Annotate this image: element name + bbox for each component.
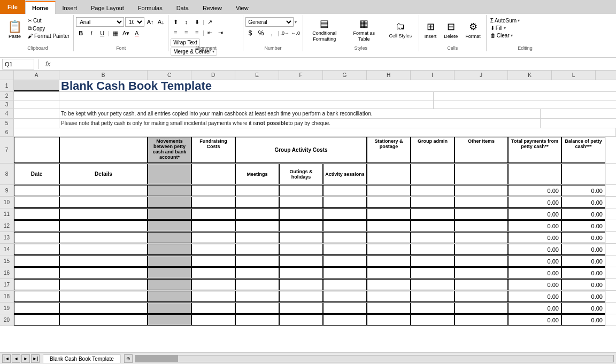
cell-a4[interactable] <box>14 109 59 118</box>
cell-b2[interactable] <box>59 92 434 100</box>
format-button[interactable]: ⚙ Format <box>462 16 484 44</box>
col-header-f[interactable]: F <box>279 71 323 80</box>
col-header-h[interactable]: H <box>367 71 411 80</box>
increase-indent-icon[interactable]: ⇥ <box>216 28 226 37</box>
align-center-icon[interactable]: ≡ <box>181 28 191 37</box>
tab-insert[interactable]: Insert <box>56 1 84 14</box>
data-cell-date-10[interactable] <box>14 197 59 208</box>
cell-a1[interactable] <box>14 80 59 91</box>
formula-input[interactable] <box>55 61 614 67</box>
row-num-7[interactable]: 7 <box>0 137 14 163</box>
format-as-table-button[interactable]: ▦ Format as Table <box>345 16 383 44</box>
clear-arrow[interactable]: ▾ <box>511 33 513 38</box>
number-format-select[interactable]: General <box>245 17 294 27</box>
cell-movements-8[interactable] <box>148 164 191 184</box>
clear-button[interactable]: 🗑 Clear ▾ <box>489 32 533 39</box>
row-num-10[interactable]: 10 <box>0 197 14 208</box>
increase-decimal-icon[interactable]: ←.0 <box>291 28 301 38</box>
data-cell-movements-9[interactable] <box>148 185 191 196</box>
col-header-k[interactable]: K <box>508 71 552 80</box>
tab-page-layout[interactable]: Page Layout <box>84 1 131 14</box>
insert-button[interactable]: ⊞ Insert <box>421 16 440 44</box>
data-cell-stationery-10[interactable] <box>367 197 411 208</box>
fill-color-icon[interactable]: A▾ <box>121 28 131 38</box>
tab-file[interactable]: File <box>0 0 25 14</box>
text-angle-icon[interactable]: ↗ <box>205 17 215 27</box>
autosum-arrow[interactable]: ▾ <box>518 18 520 23</box>
decrease-font-icon[interactable]: A↓ <box>156 17 166 27</box>
tab-home[interactable]: Home <box>25 1 56 14</box>
col-header-e[interactable]: E <box>235 71 279 80</box>
data-cell-total-10[interactable]: 0.00 <box>508 197 561 208</box>
row-num-8[interactable]: 8 <box>0 164 14 184</box>
row-num-2[interactable]: 2 <box>0 92 14 100</box>
cell-a5[interactable] <box>14 119 59 128</box>
data-cell-movements-10[interactable] <box>148 197 191 208</box>
row-num-5[interactable]: 5 <box>0 119 14 128</box>
paste-button[interactable]: 📋 Paste <box>4 16 25 44</box>
border-icon[interactable]: ▦ <box>111 28 120 38</box>
horizontal-scrollbar[interactable] <box>135 355 614 362</box>
cell-a3[interactable] <box>14 100 59 109</box>
row-num-9[interactable]: 9 <box>0 185 14 196</box>
last-sheet-button[interactable]: ►| <box>31 354 40 363</box>
tab-view[interactable]: View <box>229 1 256 14</box>
tab-formulas[interactable]: Formulas <box>131 1 170 14</box>
row-num-15[interactable]: 15 <box>0 255 14 267</box>
decrease-indent-icon[interactable]: ⇤ <box>205 28 215 37</box>
data-cell-other-9[interactable] <box>455 185 508 196</box>
row-num-19[interactable]: 19 <box>0 303 14 314</box>
align-right-icon[interactable]: ≡ <box>192 28 202 37</box>
data-cell-outings-9[interactable] <box>279 185 323 196</box>
number-format-arrow[interactable]: ▾ <box>295 20 297 25</box>
col-header-j[interactable]: J <box>455 71 508 80</box>
col-header-d[interactable]: D <box>191 71 235 80</box>
row-num-4[interactable]: 4 <box>0 109 14 118</box>
font-size-select[interactable]: 10 <box>125 17 144 27</box>
data-cell-stationery-9[interactable] <box>367 185 411 196</box>
conditional-formatting-button[interactable]: ▤ Conditional Formatting <box>305 16 344 44</box>
decrease-decimal-icon[interactable]: .0→ <box>280 28 290 38</box>
row-num-16[interactable]: 16 <box>0 267 14 278</box>
data-cell-fundraising-9[interactable] <box>191 185 235 196</box>
fill-arrow[interactable]: ▾ <box>504 26 506 30</box>
bold-icon[interactable]: B <box>76 28 86 38</box>
align-middle-icon[interactable]: ↕ <box>181 17 191 27</box>
data-cell-details-9[interactable] <box>59 185 148 196</box>
percent-icon[interactable]: % <box>256 28 266 38</box>
comma-icon[interactable]: , <box>267 28 276 38</box>
fill-button[interactable]: ⬇ Fill ▾ <box>489 25 533 32</box>
cell-b6[interactable] <box>14 128 616 136</box>
col-header-i[interactable]: I <box>411 71 455 80</box>
cut-button[interactable]: ✂ Cut <box>26 17 71 24</box>
col-header-g[interactable]: G <box>323 71 367 80</box>
cell-styles-button[interactable]: 🗂 Cell Styles <box>384 16 417 44</box>
tab-review[interactable]: Review <box>196 1 229 14</box>
cell-b3[interactable] <box>59 100 434 109</box>
row-num-18[interactable]: 18 <box>0 291 14 302</box>
row-num-1[interactable]: 1 <box>0 80 14 91</box>
add-sheet-button[interactable]: ⊕ <box>124 354 133 363</box>
data-cell-date-9[interactable] <box>14 185 59 196</box>
row-num-13[interactable]: 13 <box>0 232 14 243</box>
row-num-14[interactable]: 14 <box>0 244 14 255</box>
increase-font-icon[interactable]: A↑ <box>145 17 155 27</box>
row-num-6[interactable]: 6 <box>0 128 14 136</box>
italic-icon[interactable]: I <box>87 28 96 38</box>
font-color-icon[interactable]: A <box>132 28 142 38</box>
row-num-12[interactable]: 12 <box>0 220 14 231</box>
data-cell-outings-10[interactable] <box>279 197 323 208</box>
col-header-c[interactable]: C <box>148 71 191 80</box>
data-cell-admin-10[interactable] <box>411 197 455 208</box>
col-header-a[interactable]: A <box>14 71 59 80</box>
currency-icon[interactable]: $ <box>245 28 255 38</box>
autosum-button[interactable]: Σ AutoSum ▾ <box>489 17 533 24</box>
cell-reference-input[interactable] <box>2 59 34 69</box>
copy-button[interactable]: ⧉ Copy <box>26 25 71 32</box>
data-cell-meetings-10[interactable] <box>235 197 279 208</box>
data-cell-activity-10[interactable] <box>323 197 367 208</box>
data-cell-balance-10[interactable]: 0.00 <box>561 197 605 208</box>
data-cell-activity-9[interactable] <box>323 185 367 196</box>
data-cell-admin-9[interactable] <box>411 185 455 196</box>
row-num-3[interactable]: 3 <box>0 100 14 109</box>
